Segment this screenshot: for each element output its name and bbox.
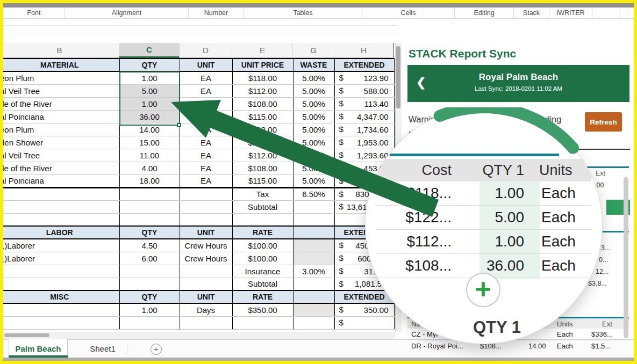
cell-material[interactable]: eon Plum [0, 71, 119, 84]
cell-unit-header[interactable]: UNIT [180, 226, 232, 239]
cell-rate-header[interactable]: RATE [232, 226, 293, 239]
cell-unit[interactable]: EA [180, 149, 232, 162]
cell-material[interactable]: den Shower [0, 136, 119, 149]
col-header-d[interactable]: D [180, 43, 232, 58]
cell-qty[interactable]: 14.00 [119, 123, 180, 136]
sheet-horizontal-scrollbar[interactable] [0, 332, 395, 339]
cell[interactable] [119, 316, 180, 329]
cell[interactable] [180, 316, 232, 329]
cell-price[interactable]: $112.00 [232, 84, 293, 97]
cell[interactable] [293, 200, 334, 213]
cell[interactable] [180, 278, 232, 290]
cell[interactable] [119, 213, 180, 226]
cell-qty[interactable]: 15.00 [119, 136, 180, 149]
cell-price[interactable]: $115.00 [232, 110, 293, 123]
cell-material[interactable]: al Veil Tree [0, 149, 119, 162]
cell-waste[interactable]: 5.00% [293, 174, 334, 187]
cell-waste[interactable]: 5.00% [293, 84, 334, 97]
cell-unit[interactable]: EA [180, 174, 232, 187]
cell-material[interactable]: tle of the River [0, 97, 119, 110]
cell-rate[interactable]: $350.00 [232, 303, 293, 316]
cell-unit[interactable]: EA [180, 84, 232, 97]
bottom-table-row-name[interactable]: DR - Royal Poi... [411, 342, 463, 350]
cell-waste[interactable]: 5.00% [293, 136, 334, 149]
cell-waste[interactable]: 5.00% [293, 123, 334, 136]
col-header-g[interactable]: G [293, 43, 334, 58]
cell-rate[interactable]: $100.00 [232, 252, 293, 265]
cell[interactable] [232, 213, 293, 226]
cell-tax-pct[interactable]: 6.50% [293, 187, 334, 200]
col-header-h[interactable]: H [334, 43, 394, 58]
cell-unit[interactable]: Crew Hours [180, 252, 232, 265]
cell[interactable] [180, 213, 232, 226]
sheet-tab-sheet1[interactable]: Sheet1 [78, 339, 127, 358]
cell-insurance-pct[interactable]: 3.00% [293, 265, 334, 278]
cell-shaded[interactable] [293, 252, 334, 265]
cell-subtotal-label[interactable]: Subtotal [232, 278, 293, 290]
cell-material[interactable]: al Veil Tree [0, 84, 119, 97]
cell-extended-header[interactable]: EXTENDED [334, 290, 394, 303]
cell-price[interactable]: $108.00 [232, 97, 293, 110]
cell-waste[interactable]: 5.00% [293, 149, 334, 162]
cell-extended[interactable]: $588.00 [334, 84, 394, 97]
cell[interactable] [0, 278, 119, 290]
sheet-tab-palm-beach[interactable]: Palm Beach [9, 339, 68, 358]
cell-extended[interactable]: $4,347.00 [334, 110, 394, 123]
cell[interactable] [180, 200, 232, 213]
refresh-button[interactable]: Refresh [585, 112, 622, 132]
cell-qty[interactable]: 4.00 [119, 162, 180, 174]
cell[interactable] [0, 200, 119, 213]
col-header-e[interactable]: E [232, 43, 293, 58]
cell-unit[interactable]: Days [180, 303, 232, 316]
cell-qty-selected[interactable]: 5.00 [119, 84, 180, 97]
cell-unit[interactable]: EA [180, 136, 232, 149]
col-header-b[interactable]: B [0, 43, 119, 58]
cell-waste-header[interactable]: WASTE [293, 59, 334, 71]
cell[interactable] [293, 226, 334, 239]
cell-labor-header[interactable]: LABOR [0, 226, 119, 239]
cell-price[interactable]: $118.00 [232, 123, 293, 136]
cell[interactable] [180, 265, 232, 278]
cell-tax-label[interactable]: Tax [232, 187, 293, 200]
cell[interactable] [0, 187, 119, 200]
cell[interactable] [0, 265, 119, 278]
cell-price[interactable]: $108.00 [232, 162, 293, 174]
sheet-horizontal-scrollbar-thumb[interactable] [4, 333, 49, 337]
col-header-c-selected[interactable]: C [119, 43, 180, 58]
cell-misc-header[interactable]: MISC [0, 290, 119, 303]
cell[interactable] [0, 213, 119, 226]
cell[interactable] [119, 278, 180, 290]
cell-qty[interactable]: 4.50 [119, 239, 180, 252]
cell-shaded[interactable] [293, 239, 334, 252]
cell[interactable] [119, 265, 180, 278]
cell-qty[interactable]: 6.00 [119, 252, 180, 265]
cell-extended[interactable]: $1,953.00 [334, 136, 394, 149]
cell-qty-selected[interactable]: 36.00 [119, 110, 180, 123]
cell-unit[interactable]: EA [180, 110, 232, 123]
cell-unit[interactable]: EA [180, 162, 232, 174]
sheet-vertical-scrollbar-thumb[interactable] [396, 46, 400, 108]
cell-qty[interactable]: 18.00 [119, 174, 180, 187]
cell-extended[interactable]: $1,734.60 [334, 123, 394, 136]
selection-fill-handle[interactable] [177, 123, 181, 127]
cell-labor[interactable]: 1)Laborer [0, 239, 119, 252]
cell-extended[interactable]: $ [334, 316, 394, 329]
cell-materials-header[interactable]: MATERIAL [0, 59, 119, 71]
cell-material[interactable]: al Poinciana [0, 110, 119, 123]
cell-waste[interactable]: 5.00% [293, 110, 334, 123]
cell-qty[interactable]: 1.00 [119, 303, 180, 316]
cell-labor[interactable]: 1)Laborer [0, 252, 119, 265]
cell[interactable] [180, 187, 232, 200]
cell-unit[interactable]: EA [180, 123, 232, 136]
cell-unit-header[interactable]: UNIT [180, 290, 232, 303]
cell-qty[interactable]: 11.00 [119, 149, 180, 162]
cell[interactable] [293, 316, 334, 329]
cell-extended[interactable]: $350.00 [334, 303, 394, 316]
add-item-plus-icon[interactable]: + [466, 273, 500, 307]
cell-extended[interactable]: $113.40 [334, 97, 394, 110]
cell-unit-header[interactable]: UNIT [180, 59, 232, 71]
panel-scrollbar-thumb[interactable] [624, 177, 628, 338]
cell-shaded[interactable] [293, 303, 334, 316]
cell-material[interactable]: eon Plum [0, 123, 119, 136]
cell-unit[interactable]: Crew Hours [180, 239, 232, 252]
